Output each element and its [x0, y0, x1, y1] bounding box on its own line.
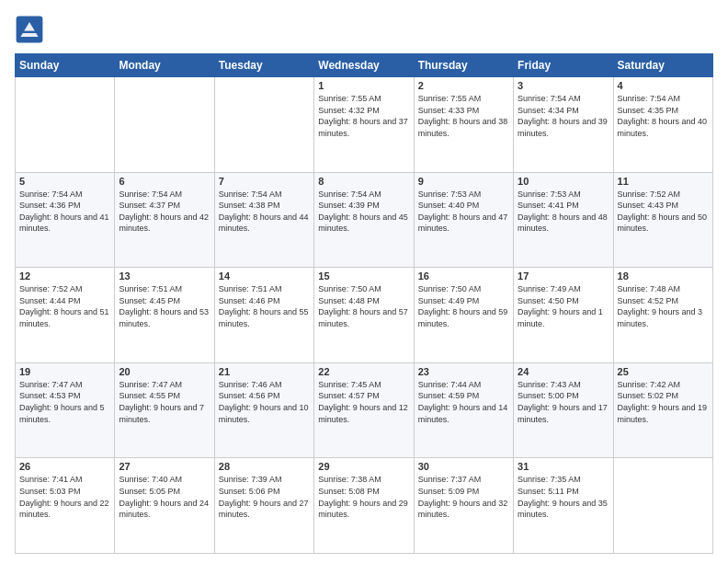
daylight-label: Daylight: 9 hours and 35 minutes. [518, 499, 608, 520]
weekday-header-tuesday: Tuesday [214, 54, 313, 77]
sunset-label: Sunset: 4:40 PM [418, 201, 480, 210]
calendar-cell: 5Sunrise: 7:54 AMSunset: 4:36 PMDaylight… [16, 172, 115, 268]
day-number: 9 [418, 176, 509, 187]
cell-info: Sunrise: 7:39 AMSunset: 5:06 PMDaylight:… [219, 474, 310, 520]
calendar-cell: 23Sunrise: 7:44 AMSunset: 4:59 PMDayligh… [414, 362, 513, 458]
cell-info: Sunrise: 7:55 AMSunset: 4:32 PMDaylight:… [318, 93, 409, 139]
cell-info: Sunrise: 7:46 AMSunset: 4:56 PMDaylight:… [219, 379, 310, 425]
sunrise-label: Sunrise: 7:47 AM [19, 380, 83, 389]
sunset-label: Sunset: 4:57 PM [318, 391, 380, 400]
day-number: 24 [518, 366, 609, 377]
daylight-label: Daylight: 8 hours and 44 minutes. [219, 213, 309, 234]
sunrise-label: Sunrise: 7:45 AM [318, 380, 381, 389]
sunset-label: Sunset: 4:39 PM [318, 201, 380, 210]
daylight-label: Daylight: 9 hours and 7 minutes. [119, 403, 204, 424]
calendar-table: SundayMondayTuesdayWednesdayThursdayFrid… [15, 53, 713, 554]
daylight-label: Daylight: 8 hours and 57 minutes. [318, 307, 408, 328]
sunset-label: Sunset: 4:50 PM [518, 296, 579, 305]
sunset-label: Sunset: 5:09 PM [418, 487, 480, 496]
svg-rect-2 [20, 31, 38, 33]
calendar-cell: 2Sunrise: 7:55 AMSunset: 4:33 PMDaylight… [414, 77, 513, 173]
day-number: 13 [119, 270, 210, 282]
calendar-cell [613, 458, 712, 554]
sunrise-label: Sunrise: 7:38 AM [318, 475, 381, 484]
calendar-cell: 11Sunrise: 7:52 AMSunset: 4:43 PMDayligh… [613, 172, 712, 268]
sunset-label: Sunset: 4:56 PM [219, 391, 280, 400]
daylight-label: Daylight: 9 hours and 19 minutes. [618, 403, 708, 424]
cell-info: Sunrise: 7:52 AMSunset: 4:43 PMDaylight:… [618, 189, 709, 235]
cell-info: Sunrise: 7:52 AMSunset: 4:44 PMDaylight:… [19, 283, 110, 329]
daylight-label: Daylight: 9 hours and 17 minutes. [518, 403, 608, 424]
sunrise-label: Sunrise: 7:50 AM [318, 284, 381, 293]
calendar-cell: 27Sunrise: 7:40 AMSunset: 5:05 PMDayligh… [115, 458, 214, 554]
day-number: 2 [418, 80, 509, 91]
sunrise-label: Sunrise: 7:37 AM [418, 475, 482, 484]
sunset-label: Sunset: 5:05 PM [119, 487, 180, 496]
sunrise-label: Sunrise: 7:47 AM [119, 380, 182, 389]
sunrise-label: Sunrise: 7:54 AM [518, 94, 581, 103]
cell-info: Sunrise: 7:53 AMSunset: 4:40 PMDaylight:… [418, 189, 509, 235]
sunset-label: Sunset: 4:45 PM [119, 296, 180, 305]
day-number: 27 [119, 461, 210, 472]
calendar-cell: 8Sunrise: 7:54 AMSunset: 4:39 PMDaylight… [314, 172, 414, 268]
day-number: 8 [318, 176, 409, 187]
daylight-label: Daylight: 9 hours and 10 minutes. [219, 403, 309, 424]
day-number: 10 [518, 176, 609, 187]
calendar-cell: 21Sunrise: 7:46 AMSunset: 4:56 PMDayligh… [214, 362, 313, 458]
cell-info: Sunrise: 7:50 AMSunset: 4:48 PMDaylight:… [318, 283, 409, 329]
sunrise-label: Sunrise: 7:49 AM [518, 284, 581, 293]
calendar-cell [214, 77, 313, 173]
calendar-cell: 25Sunrise: 7:42 AMSunset: 5:02 PMDayligh… [613, 362, 712, 458]
cell-info: Sunrise: 7:47 AMSunset: 4:53 PMDaylight:… [19, 379, 110, 425]
page: SundayMondayTuesdayWednesdayThursdayFrid… [0, 0, 728, 563]
calendar-cell [115, 77, 214, 173]
week-row-5: 26Sunrise: 7:41 AMSunset: 5:03 PMDayligh… [16, 458, 713, 554]
daylight-label: Daylight: 9 hours and 14 minutes. [418, 403, 508, 424]
sunset-label: Sunset: 5:08 PM [318, 487, 380, 496]
sunrise-label: Sunrise: 7:39 AM [219, 475, 282, 484]
day-number: 12 [19, 270, 110, 282]
sunrise-label: Sunrise: 7:54 AM [19, 190, 83, 199]
calendar-cell: 29Sunrise: 7:38 AMSunset: 5:08 PMDayligh… [314, 458, 414, 554]
sunset-label: Sunset: 4:59 PM [418, 391, 480, 400]
cell-info: Sunrise: 7:54 AMSunset: 4:37 PMDaylight:… [119, 189, 210, 235]
day-number: 7 [219, 176, 310, 187]
calendar-cell: 9Sunrise: 7:53 AMSunset: 4:40 PMDaylight… [414, 172, 513, 268]
weekday-header-friday: Friday [514, 54, 613, 77]
calendar-cell: 4Sunrise: 7:54 AMSunset: 4:35 PMDaylight… [613, 77, 712, 173]
calendar-cell: 22Sunrise: 7:45 AMSunset: 4:57 PMDayligh… [314, 362, 414, 458]
calendar-cell: 13Sunrise: 7:51 AMSunset: 4:45 PMDayligh… [115, 268, 214, 363]
daylight-label: Daylight: 8 hours and 37 minutes. [318, 117, 408, 138]
cell-info: Sunrise: 7:37 AMSunset: 5:09 PMDaylight:… [418, 474, 509, 520]
day-number: 11 [618, 176, 709, 187]
cell-info: Sunrise: 7:54 AMSunset: 4:39 PMDaylight:… [318, 189, 409, 235]
sunrise-label: Sunrise: 7:54 AM [318, 190, 381, 199]
daylight-label: Daylight: 8 hours and 50 minutes. [618, 213, 708, 234]
daylight-label: Daylight: 8 hours and 39 minutes. [518, 117, 608, 138]
calendar-cell: 7Sunrise: 7:54 AMSunset: 4:38 PMDaylight… [214, 172, 313, 268]
cell-info: Sunrise: 7:44 AMSunset: 4:59 PMDaylight:… [418, 379, 509, 425]
logo [15, 15, 48, 44]
calendar-cell: 10Sunrise: 7:53 AMSunset: 4:41 PMDayligh… [514, 172, 613, 268]
calendar-cell: 30Sunrise: 7:37 AMSunset: 5:09 PMDayligh… [414, 458, 513, 554]
day-number: 20 [119, 366, 210, 377]
daylight-label: Daylight: 9 hours and 12 minutes. [318, 403, 408, 424]
calendar-cell: 26Sunrise: 7:41 AMSunset: 5:03 PMDayligh… [16, 458, 115, 554]
week-row-3: 12Sunrise: 7:52 AMSunset: 4:44 PMDayligh… [16, 268, 713, 363]
day-number: 4 [618, 80, 709, 91]
day-number: 21 [219, 366, 310, 377]
day-number: 1 [318, 80, 409, 91]
sunrise-label: Sunrise: 7:51 AM [119, 284, 182, 293]
sunrise-label: Sunrise: 7:54 AM [119, 190, 182, 199]
day-number: 31 [518, 461, 609, 472]
weekday-header-row: SundayMondayTuesdayWednesdayThursdayFrid… [16, 54, 713, 77]
cell-info: Sunrise: 7:54 AMSunset: 4:36 PMDaylight:… [19, 189, 110, 235]
daylight-label: Daylight: 8 hours and 48 minutes. [518, 213, 608, 234]
cell-info: Sunrise: 7:50 AMSunset: 4:49 PMDaylight:… [418, 283, 509, 329]
day-number: 26 [19, 461, 110, 472]
calendar-cell: 3Sunrise: 7:54 AMSunset: 4:34 PMDaylight… [514, 77, 613, 173]
sunrise-label: Sunrise: 7:54 AM [618, 94, 681, 103]
daylight-label: Daylight: 9 hours and 3 minutes. [618, 307, 703, 328]
calendar-cell: 24Sunrise: 7:43 AMSunset: 5:00 PMDayligh… [514, 362, 613, 458]
day-number: 30 [418, 461, 509, 472]
